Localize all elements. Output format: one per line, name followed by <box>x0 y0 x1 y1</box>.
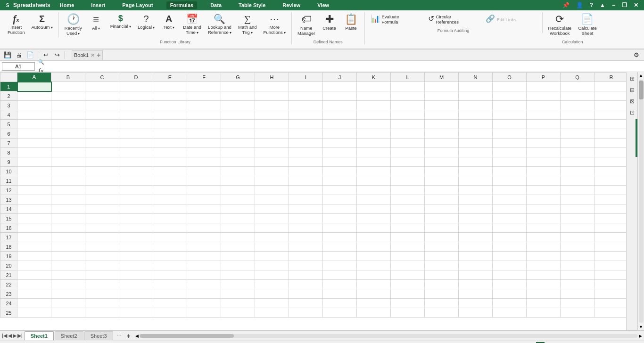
cell-D8[interactable] <box>119 148 153 157</box>
cell-L4[interactable] <box>391 110 425 120</box>
row-header-6[interactable]: 6 <box>0 129 17 139</box>
cell-N7[interactable] <box>459 139 493 148</box>
cell-D16[interactable] <box>119 223 153 233</box>
cell-O2[interactable] <box>493 91 527 101</box>
col-header-i[interactable]: I <box>289 73 323 82</box>
help-btn[interactable]: ? <box>588 2 595 8</box>
row-header-4[interactable]: 4 <box>0 110 17 120</box>
cell-D7[interactable] <box>119 139 153 148</box>
cell-I5[interactable] <box>289 120 323 129</box>
cell-L6[interactable] <box>391 129 425 139</box>
col-header-g[interactable]: G <box>221 73 255 82</box>
cell-N14[interactable] <box>459 204 493 214</box>
cell-C17[interactable] <box>85 233 119 242</box>
row-header-24[interactable]: 24 <box>0 299 17 308</box>
cell-Q7[interactable] <box>561 139 594 148</box>
cell-M11[interactable] <box>425 176 459 186</box>
row-header-22[interactable]: 22 <box>0 280 17 289</box>
cell-D1[interactable] <box>119 82 153 91</box>
cell-P1[interactable] <box>527 82 561 91</box>
cell-I22[interactable] <box>289 280 323 289</box>
minimize-btn[interactable]: − <box>610 2 617 8</box>
col-header-b[interactable]: B <box>51 73 85 82</box>
sheet-tab-more[interactable]: ⋯ <box>114 332 124 340</box>
cell-N9[interactable] <box>459 157 493 167</box>
cell-F19[interactable] <box>187 252 221 261</box>
sidebar-icon-1[interactable]: ⊞ <box>627 74 637 83</box>
cell-N18[interactable] <box>459 242 493 252</box>
cell-Q5[interactable] <box>561 120 594 129</box>
cell-P18[interactable] <box>527 242 561 252</box>
cell-I25[interactable] <box>289 308 323 318</box>
cell-I21[interactable] <box>289 270 323 280</box>
cell-D2[interactable] <box>119 91 153 101</box>
cell-D3[interactable] <box>119 101 153 110</box>
cell-F23[interactable] <box>187 289 221 299</box>
cell-I24[interactable] <box>289 299 323 308</box>
cell-F3[interactable] <box>187 101 221 110</box>
cell-J22[interactable] <box>323 280 357 289</box>
sheet-tab-1[interactable]: Sheet1 <box>25 331 54 340</box>
cell-R1[interactable] <box>594 82 627 91</box>
cell-N19[interactable] <box>459 252 493 261</box>
cell-B2[interactable] <box>51 91 85 101</box>
cell-K5[interactable] <box>357 120 391 129</box>
cell-A12[interactable] <box>17 186 51 195</box>
cell-A13[interactable] <box>17 195 51 204</box>
cell-R16[interactable] <box>594 223 627 233</box>
cell-H20[interactable] <box>255 261 289 270</box>
cell-L14[interactable] <box>391 204 425 214</box>
cell-R2[interactable] <box>594 91 627 101</box>
cell-L11[interactable] <box>391 176 425 186</box>
row-header-20[interactable]: 20 <box>0 261 17 270</box>
cell-J4[interactable] <box>323 110 357 120</box>
cell-C8[interactable] <box>85 148 119 157</box>
edit-links-btn[interactable]: 🔗 Edit Links <box>483 12 539 27</box>
cell-B21[interactable] <box>51 270 85 280</box>
cell-A2[interactable] <box>17 91 51 101</box>
row-header-8[interactable]: 8 <box>0 148 17 157</box>
cell-C4[interactable] <box>85 110 119 120</box>
cell-M18[interactable] <box>425 242 459 252</box>
cell-O1[interactable] <box>493 82 527 91</box>
tab-close-btn[interactable]: ✕ <box>91 52 95 58</box>
cell-N1[interactable] <box>459 82 493 91</box>
cell-J16[interactable] <box>323 223 357 233</box>
cell-E15[interactable] <box>153 214 187 223</box>
cell-E16[interactable] <box>153 223 187 233</box>
cell-E21[interactable] <box>153 270 187 280</box>
cell-M17[interactable] <box>425 233 459 242</box>
cell-C25[interactable] <box>85 308 119 318</box>
row-header-18[interactable]: 18 <box>0 242 17 252</box>
cell-A9[interactable] <box>17 157 51 167</box>
cell-L25[interactable] <box>391 308 425 318</box>
cell-E14[interactable] <box>153 204 187 214</box>
cell-C9[interactable] <box>85 157 119 167</box>
row-header-11[interactable]: 11 <box>0 176 17 186</box>
cell-K3[interactable] <box>357 101 391 110</box>
cell-P3[interactable] <box>527 101 561 110</box>
row-header-15[interactable]: 15 <box>0 214 17 223</box>
recalculate-workbook-btn[interactable]: ⟳ RecalculateWorkbook <box>545 12 575 38</box>
col-header-n[interactable]: N <box>459 73 493 82</box>
cell-C5[interactable] <box>85 120 119 129</box>
cell-M6[interactable] <box>425 129 459 139</box>
cell-M24[interactable] <box>425 299 459 308</box>
evaluate-formula-btn[interactable]: 📊 Evaluate Formula <box>368 12 424 27</box>
cell-E1[interactable] <box>153 82 187 91</box>
cell-F21[interactable] <box>187 270 221 280</box>
cell-Q4[interactable] <box>561 110 594 120</box>
cell-P14[interactable] <box>527 204 561 214</box>
cell-Q10[interactable] <box>561 167 594 176</box>
cell-F24[interactable] <box>187 299 221 308</box>
cell-I6[interactable] <box>289 129 323 139</box>
sheet-nav-first[interactable]: |◀ <box>2 333 7 339</box>
cell-C15[interactable] <box>85 214 119 223</box>
cell-B1[interactable] <box>51 82 85 91</box>
cell-J5[interactable] <box>323 120 357 129</box>
cell-A21[interactable] <box>17 270 51 280</box>
cell-G21[interactable] <box>221 270 255 280</box>
h-scroll-left[interactable]: ◀ <box>135 334 139 338</box>
cell-Q9[interactable] <box>561 157 594 167</box>
cell-A18[interactable] <box>17 242 51 252</box>
